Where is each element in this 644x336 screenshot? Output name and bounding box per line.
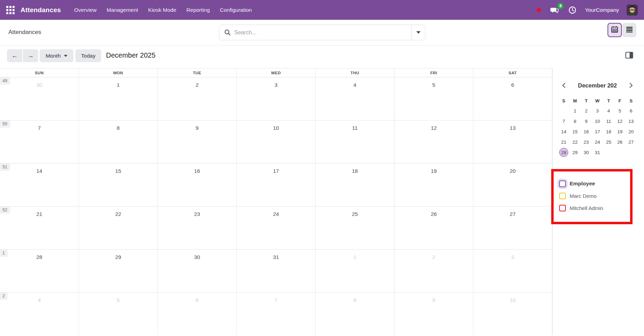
mini-day-cell[interactable]: 13 bbox=[626, 116, 637, 126]
menu-item-configuration[interactable]: Configuration bbox=[220, 7, 252, 13]
calendar-day-cell[interactable]: 3 bbox=[237, 77, 316, 120]
mini-day-cell[interactable]: 11 bbox=[603, 116, 614, 126]
mini-calendar-next-icon[interactable] bbox=[628, 81, 635, 90]
mini-day-cell[interactable]: 1 bbox=[569, 106, 580, 116]
mini-day-cell[interactable]: 2 bbox=[581, 106, 592, 116]
calendar-view-button[interactable] bbox=[608, 23, 622, 37]
calendar-day-cell[interactable]: 14 bbox=[0, 163, 79, 206]
calendar-day-cell[interactable]: 16 bbox=[158, 163, 237, 206]
mini-day-cell[interactable]: 21 bbox=[558, 137, 569, 147]
mini-day-cell[interactable]: 3 bbox=[592, 106, 603, 116]
calendar-day-cell[interactable]: 28 bbox=[0, 250, 79, 292]
filter-checkbox[interactable] bbox=[559, 205, 566, 211]
mini-day-cell[interactable]: 9 bbox=[581, 116, 592, 126]
calendar-day-cell[interactable]: 9 bbox=[158, 120, 237, 163]
mini-day-cell[interactable]: 12 bbox=[614, 116, 625, 126]
mini-day-cell[interactable]: 10 bbox=[592, 116, 603, 126]
activity-clock-icon[interactable] bbox=[568, 6, 577, 14]
mini-day-cell[interactable]: 5 bbox=[614, 106, 625, 116]
mini-day-cell[interactable]: 29 bbox=[569, 147, 580, 158]
menu-item-overview[interactable]: Overview bbox=[74, 7, 97, 13]
calendar-day-cell[interactable]: 19 bbox=[394, 163, 473, 206]
calendar-day-cell[interactable]: 4 bbox=[0, 293, 79, 335]
calendar-day-cell[interactable]: 25 bbox=[316, 207, 394, 249]
mini-day-cell[interactable]: 16 bbox=[581, 126, 592, 137]
calendar-day-cell[interactable]: 1 bbox=[316, 250, 394, 292]
mini-day-cell[interactable]: 27 bbox=[626, 137, 637, 147]
calendar-day-cell[interactable]: 3 bbox=[473, 250, 552, 292]
company-name[interactable]: YourCompany bbox=[585, 7, 619, 13]
calendar-day-cell[interactable]: 30 bbox=[0, 77, 79, 120]
next-period-button[interactable]: → bbox=[23, 49, 38, 62]
calendar-day-cell[interactable]: 27 bbox=[473, 207, 552, 249]
mini-day-cell[interactable]: 19 bbox=[614, 126, 625, 137]
app-name[interactable]: Attendances bbox=[21, 6, 61, 14]
calendar-day-cell[interactable]: 23 bbox=[158, 207, 237, 249]
calendar-day-cell[interactable]: 8 bbox=[79, 120, 158, 163]
mini-day-cell[interactable]: 25 bbox=[603, 137, 614, 147]
menu-item-reporting[interactable]: Reporting bbox=[186, 7, 210, 13]
mini-day-cell[interactable]: 14 bbox=[558, 126, 569, 137]
mini-day-cell[interactable]: 23 bbox=[581, 137, 592, 147]
calendar-day-cell[interactable]: 17 bbox=[237, 163, 316, 206]
sidebar-toggle-button[interactable] bbox=[625, 52, 633, 59]
mini-day-cell[interactable]: 31 bbox=[592, 147, 603, 158]
calendar-day-cell[interactable]: 10 bbox=[473, 293, 552, 335]
calendar-day-cell[interactable]: 9 bbox=[394, 293, 473, 335]
calendar-day-cell[interactable]: 24 bbox=[237, 207, 316, 249]
mini-day-cell[interactable]: 24 bbox=[592, 137, 603, 147]
mini-day-cell[interactable]: 30 bbox=[581, 147, 592, 158]
today-button[interactable]: Today bbox=[75, 49, 101, 62]
calendar-day-cell[interactable]: 6 bbox=[158, 293, 237, 335]
calendar-day-cell[interactable]: 8 bbox=[316, 293, 394, 335]
calendar-day-cell[interactable]: 31 bbox=[237, 250, 316, 292]
calendar-day-cell[interactable]: 6 bbox=[473, 77, 552, 120]
calendar-day-cell[interactable]: 5 bbox=[79, 293, 158, 335]
calendar-day-cell[interactable]: 29 bbox=[79, 250, 158, 292]
calendar-day-cell[interactable]: 2 bbox=[158, 77, 237, 120]
mini-day-cell[interactable]: 28 bbox=[558, 147, 569, 158]
user-avatar[interactable] bbox=[627, 5, 638, 16]
employee-section-checkbox[interactable] bbox=[559, 180, 566, 187]
filter-checkbox[interactable] bbox=[559, 193, 566, 199]
mini-day-cell[interactable]: 8 bbox=[569, 116, 580, 126]
calendar-day-cell[interactable]: 1 bbox=[79, 77, 158, 120]
mini-day-cell[interactable]: 22 bbox=[569, 137, 580, 147]
mini-day-cell[interactable]: 15 bbox=[569, 126, 580, 137]
calendar-day-cell[interactable]: 22 bbox=[79, 207, 158, 249]
calendar-day-cell[interactable]: 13 bbox=[473, 120, 552, 163]
calendar-day-cell[interactable]: 7 bbox=[0, 120, 79, 163]
filter-item-marc-demo[interactable]: Marc Demo bbox=[558, 190, 627, 202]
calendar-day-cell[interactable]: 21 bbox=[0, 207, 79, 249]
filter-item-mitchell-admin[interactable]: Mitchell Admin bbox=[558, 202, 627, 214]
calendar-day-cell[interactable]: 10 bbox=[237, 120, 316, 163]
calendar-day-cell[interactable]: 20 bbox=[473, 163, 552, 206]
calendar-day-cell[interactable]: 15 bbox=[79, 163, 158, 206]
list-view-button[interactable] bbox=[622, 23, 636, 37]
previous-period-button[interactable]: ← bbox=[7, 49, 22, 62]
calendar-day-cell[interactable]: 12 bbox=[394, 120, 473, 163]
calendar-day-cell[interactable]: 4 bbox=[316, 77, 394, 120]
apps-menu-icon[interactable] bbox=[6, 6, 15, 14]
calendar-day-cell[interactable]: 11 bbox=[316, 120, 394, 163]
calendar-day-cell[interactable]: 26 bbox=[394, 207, 473, 249]
mini-day-cell[interactable]: 17 bbox=[592, 126, 603, 137]
mini-day-cell[interactable]: 26 bbox=[614, 137, 625, 147]
calendar-day-cell[interactable]: 7 bbox=[237, 293, 316, 335]
messages-button[interactable]: 8 bbox=[550, 6, 559, 15]
mini-day-cell[interactable]: 20 bbox=[626, 126, 637, 137]
search-dropdown-button[interactable] bbox=[411, 25, 425, 40]
mini-calendar-prev-icon[interactable] bbox=[560, 81, 567, 90]
calendar-day-cell[interactable]: 2 bbox=[394, 250, 473, 292]
menu-item-kiosk-mode[interactable]: Kiosk Mode bbox=[148, 7, 176, 13]
calendar-day-cell[interactable]: 30 bbox=[158, 250, 237, 292]
filter-section-employee[interactable]: Employee bbox=[558, 177, 627, 190]
mini-day-cell[interactable]: 4 bbox=[603, 106, 614, 116]
calendar-day-cell[interactable]: 5 bbox=[394, 77, 473, 120]
calendar-day-cell[interactable]: 18 bbox=[316, 163, 394, 206]
mini-day-cell[interactable]: 7 bbox=[558, 116, 569, 126]
scale-dropdown-button[interactable]: Month bbox=[40, 49, 73, 62]
search-input[interactable] bbox=[234, 30, 411, 36]
menu-item-management[interactable]: Management bbox=[107, 7, 138, 13]
mini-day-cell[interactable]: 18 bbox=[603, 126, 614, 137]
